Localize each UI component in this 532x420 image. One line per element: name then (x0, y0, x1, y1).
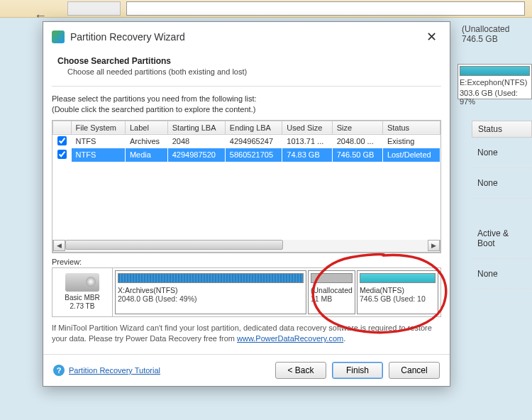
partition-bar (360, 273, 436, 283)
footnote-link[interactable]: www.PowerDataRecovery.com (237, 334, 343, 343)
col-size[interactable]: Size (332, 121, 382, 134)
col-check[interactable] (53, 121, 72, 134)
bg-excephon-block: E:Excephon(NTFS) 303.6 GB (Used: 97% (458, 64, 532, 99)
table-header-row: File System Label Starting LBA Ending LB… (53, 121, 440, 134)
scroll-left-icon[interactable]: ◀ (53, 240, 65, 251)
bg-disk-thumb (67, 1, 121, 16)
h-scrollbar[interactable]: ◀ ▶ (52, 240, 440, 253)
cell-fs: NTFS (71, 134, 125, 148)
bg-excephon-label: E:Excephon(NTFS) (460, 78, 530, 87)
bg-status-header: Status (472, 121, 532, 138)
bg-excephon-bar (460, 66, 530, 76)
preview-label: Preview: (52, 258, 441, 266)
partition-name: (Unallocated (311, 286, 353, 294)
scroll-thumb[interactable] (65, 240, 283, 250)
preview-partition-unallocated[interactable]: (Unallocated 11 MB (308, 270, 355, 314)
help-icon: ? (53, 365, 65, 376)
bg-unalloc-label: (Unallocated (462, 24, 528, 34)
instruction-line-1: Please select the partitions you need fr… (52, 94, 441, 104)
heading-block: Choose Searched Partitions Choose all ne… (43, 52, 450, 86)
cell-fs: NTFS (71, 148, 125, 162)
back-button[interactable]: < Back (275, 362, 326, 379)
scroll-right-icon[interactable]: ▶ (428, 240, 440, 251)
partition-size: 2048.0 GB (Used: 49%) (118, 294, 304, 303)
bg-partition-bar (126, 1, 525, 16)
disk-type: Basic MBR (65, 294, 99, 302)
cell-status: Existing (382, 134, 440, 148)
cancel-button[interactable]: Cancel (389, 362, 440, 379)
col-ending-lba[interactable]: Ending LBA (225, 121, 282, 134)
col-status[interactable]: Status (382, 121, 440, 134)
cell-end: 4294965247 (225, 134, 282, 148)
partition-bar (311, 273, 353, 283)
partition-bar (118, 273, 304, 283)
table-row[interactable]: NTFS Media 4294987520 5860521705 74.83 G… (53, 148, 440, 162)
disk-icon (65, 273, 99, 292)
titlebar: Partition Recovery Wizard ✕ (43, 22, 450, 52)
tutorial-link[interactable]: Partition Recovery Tutorial (69, 366, 160, 375)
cell-start: 4294987520 (167, 148, 225, 162)
col-starting-lba[interactable]: Starting LBA (167, 121, 225, 134)
cell-label: Archives (125, 134, 167, 148)
bg-excephon-size: 303.6 GB (Used: 97% (460, 89, 530, 106)
close-icon[interactable]: ✕ (422, 28, 441, 46)
preview-partition-archives[interactable]: X:Archives(NTFS) 2048.0 GB (Used: 49%) (115, 270, 306, 314)
cell-start: 2048 (167, 134, 225, 148)
finish-button[interactable]: Finish (332, 362, 383, 379)
footnote: If MiniTool Partition Wizard can't find … (52, 323, 441, 345)
dialog-footer: ? Partition Recovery Tutorial < Back Fin… (43, 354, 450, 386)
cell-label: Media (125, 148, 167, 162)
partition-name: X:Archives(NTFS) (118, 286, 304, 294)
partition-size: 746.5 GB (Used: 10 (360, 294, 436, 303)
instruction-line-2: (Double click the searched partition to … (52, 104, 441, 115)
footnote-text-post: . (343, 334, 345, 343)
col-used-size[interactable]: Used Size (282, 121, 332, 134)
col-filesystem[interactable]: File System (71, 121, 125, 134)
cell-used: 1013.71 ... (282, 134, 332, 148)
table-row[interactable]: NTFS Archives 2048 4294965247 1013.71 ..… (53, 134, 440, 148)
heading: Choose Searched Partitions (57, 56, 436, 66)
col-label[interactable]: Label (125, 121, 167, 134)
dialog-title: Partition Recovery Wizard (70, 31, 422, 43)
scroll-track[interactable] (65, 240, 428, 251)
bg-toolbar: ← (0, 0, 532, 18)
partition-name: Media(NTFS) (360, 286, 436, 294)
recovery-wizard-dialog: Partition Recovery Wizard ✕ Choose Searc… (43, 21, 450, 387)
wizard-icon (52, 31, 65, 43)
row-checkbox[interactable] (57, 136, 67, 145)
bg-status-row: None (472, 138, 532, 168)
bg-unallocated-info: (Unallocated 746.5 GB (458, 21, 532, 47)
cell-status: Lost/Deleted (382, 148, 440, 162)
partition-size: 11 MB (311, 294, 353, 303)
disk-size: 2.73 TB (70, 302, 95, 310)
cell-used: 74.83 GB (282, 148, 332, 162)
bg-unalloc-size: 746.5 GB (462, 34, 528, 44)
bg-status-row: None (472, 259, 532, 289)
bg-status-row: Active & Boot (472, 199, 532, 259)
subheading: Choose all needed partitions (both exist… (57, 67, 436, 76)
bg-status-column: Status None None Active & Boot None (472, 121, 532, 289)
cell-size: 746.50 GB (332, 148, 382, 162)
partition-table: File System Label Starting LBA Ending LB… (52, 120, 441, 253)
preview-pane: Basic MBR 2.73 TB X:Archives(NTFS) 2048.… (52, 267, 441, 317)
disk-summary: Basic MBR 2.73 TB (52, 268, 113, 316)
preview-partition-media[interactable]: Media(NTFS) 746.5 GB (Used: 10 (357, 270, 438, 314)
row-checkbox[interactable] (57, 150, 67, 159)
cell-end: 5860521705 (225, 148, 282, 162)
help-block: ? Partition Recovery Tutorial (53, 365, 160, 376)
bg-status-row: None (472, 168, 532, 199)
cell-size: 2048.00 ... (332, 134, 382, 148)
